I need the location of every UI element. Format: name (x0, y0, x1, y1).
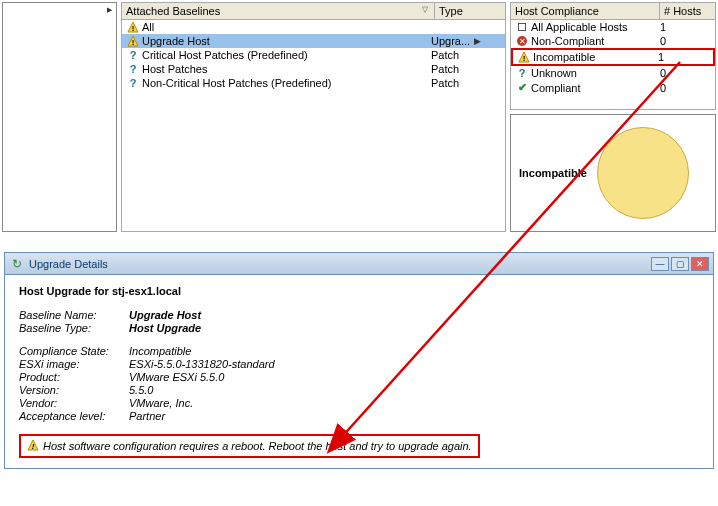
dialog-body: Host Upgrade for stj-esx1.local Baseline… (5, 275, 713, 468)
compliance-row[interactable]: ?Unknown0 (511, 66, 715, 80)
svg-text:!: ! (523, 54, 526, 63)
baseline-type: Patch (431, 77, 501, 89)
baseline-row[interactable]: !All (122, 20, 505, 34)
sort-indicator-icon: ▽ (422, 5, 428, 14)
cross-icon: ✕ (515, 36, 529, 46)
col-attached-baselines[interactable]: Attached Baselines ▽ (122, 3, 435, 19)
baseline-row[interactable]: ?Critical Host Patches (Predefined)Patch (122, 48, 505, 62)
compliance-count: 0 (656, 67, 711, 79)
baseline-type: Patch (431, 63, 501, 75)
warn-icon: ! (126, 21, 140, 33)
check-icon: ✔ (515, 81, 529, 94)
warn-icon: ! (126, 35, 140, 47)
detail-key: Vendor: (19, 397, 129, 409)
baseline-type: Upgra...▶ (431, 35, 501, 47)
baseline-type: Patch (431, 49, 501, 61)
chevron-right-icon: ▶ (474, 36, 481, 46)
compliance-label: All Applicable Hosts (531, 21, 656, 33)
help-icon: ? (126, 77, 140, 89)
detail-line: Product:VMware ESXi 5.5.0 (19, 371, 699, 383)
detail-line: Baseline Name:Upgrade Host (19, 309, 699, 321)
detail-value: Partner (129, 410, 165, 422)
dialog-heading: Host Upgrade for stj-esx1.local (19, 285, 699, 297)
baseline-row[interactable]: !Upgrade HostUpgra...▶ (122, 34, 505, 48)
square-icon (515, 23, 529, 31)
close-button[interactable]: ✕ (691, 257, 709, 271)
detail-value: VMware ESXi 5.5.0 (129, 371, 224, 383)
compliance-count: 1 (654, 51, 709, 63)
compliance-label: Incompatible (533, 51, 654, 63)
detail-key: Acceptance level: (19, 410, 129, 422)
detail-line: Compliance State:Incompatible (19, 345, 699, 357)
baseline-name: Upgrade Host (142, 35, 431, 47)
baseline-row[interactable]: ?Host PatchesPatch (122, 62, 505, 76)
baseline-name: Host Patches (142, 63, 431, 75)
compliance-chart-box: Incompatible (510, 114, 716, 232)
detail-value: Upgrade Host (129, 309, 201, 321)
svg-text:!: ! (132, 24, 135, 33)
warning-text: Host software configuration requires a r… (43, 440, 472, 452)
baseline-name: Critical Host Patches (Predefined) (142, 49, 431, 61)
attached-baselines-panel: Attached Baselines ▽ Type !All!Upgrade H… (121, 2, 506, 232)
compliance-count: 1 (656, 21, 711, 33)
detail-key: Compliance State: (19, 345, 129, 357)
detail-line: Acceptance level:Partner (19, 410, 699, 422)
minimize-button[interactable]: — (651, 257, 669, 271)
help-icon: ? (126, 63, 140, 75)
baselines-header: Attached Baselines ▽ Type (122, 3, 505, 20)
baseline-name: All (142, 21, 431, 33)
compliance-row[interactable]: ✕Non-Compliant0 (511, 34, 715, 48)
upgrade-details-dialog: ↻ Upgrade Details — ▢ ✕ Host Upgrade for… (4, 252, 714, 469)
compliance-label: Compliant (531, 82, 656, 94)
help-icon: ? (126, 49, 140, 61)
chart-label: Incompatible (519, 167, 587, 179)
warning-icon: ! (27, 439, 39, 453)
baseline-row[interactable]: ?Non-Critical Host Patches (Predefined)P… (122, 76, 505, 90)
detail-line: ESXi image:ESXi-5.5.0-1331820-standard (19, 358, 699, 370)
detail-key: Product: (19, 371, 129, 383)
compliance-row[interactable]: ✔Compliant0 (511, 80, 715, 95)
detail-line: Vendor:VMware, Inc. (19, 397, 699, 409)
detail-value: ESXi-5.5.0-1331820-standard (129, 358, 275, 370)
detail-key: ESXi image: (19, 358, 129, 370)
detail-value: 5.5.0 (129, 384, 153, 396)
col-num-hosts[interactable]: # Hosts (660, 3, 715, 19)
chevron-right-icon: ▶ (107, 6, 112, 14)
dialog-title-bar[interactable]: ↻ Upgrade Details — ▢ ✕ (5, 253, 713, 275)
detail-line: Version:5.5.0 (19, 384, 699, 396)
small-left-panel[interactable]: ▶ (2, 2, 117, 232)
warn-icon: ! (517, 51, 531, 63)
detail-key: Version: (19, 384, 129, 396)
dialog-icon: ↻ (9, 256, 25, 272)
col-host-compliance[interactable]: Host Compliance (511, 3, 660, 19)
svg-text:!: ! (32, 442, 35, 451)
baseline-name: Non-Critical Host Patches (Predefined) (142, 77, 431, 89)
host-compliance-panel: Host Compliance # Hosts All Applicable H… (510, 2, 716, 110)
compliance-label: Unknown (531, 67, 656, 79)
compliance-count: 0 (656, 82, 711, 94)
maximize-button[interactable]: ▢ (671, 257, 689, 271)
compliance-label: Non-Compliant (531, 35, 656, 47)
detail-value: VMware, Inc. (129, 397, 193, 409)
detail-value: Host Upgrade (129, 322, 201, 334)
pie-chart (597, 127, 689, 219)
compliance-count: 0 (656, 35, 711, 47)
warning-message-box: ! Host software configuration requires a… (19, 434, 480, 458)
dialog-title: Upgrade Details (29, 258, 649, 270)
compliance-header: Host Compliance # Hosts (511, 3, 715, 20)
compliance-row[interactable]: All Applicable Hosts1 (511, 20, 715, 34)
detail-line: Baseline Type:Host Upgrade (19, 322, 699, 334)
detail-value: Incompatible (129, 345, 191, 357)
compliance-row[interactable]: !Incompatible1 (511, 48, 715, 66)
svg-text:!: ! (132, 38, 135, 47)
help-icon: ? (515, 67, 529, 79)
detail-key: Baseline Type: (19, 322, 129, 334)
col-type[interactable]: Type (435, 3, 505, 19)
detail-key: Baseline Name: (19, 309, 129, 321)
